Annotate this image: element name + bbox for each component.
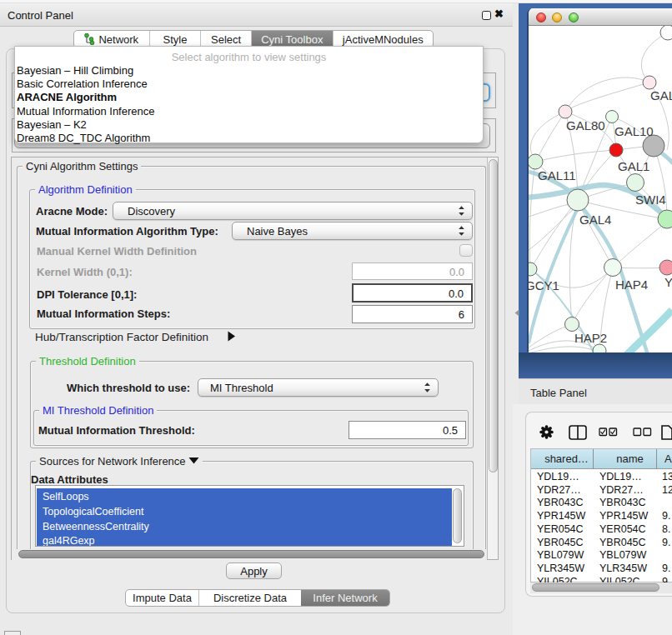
svg-text:SWI4: SWI4 — [635, 192, 666, 207]
svg-text:GAL10: GAL10 — [614, 124, 654, 138]
svg-text:GAL4: GAL4 — [579, 212, 611, 227]
svg-text:GAL1: GAL1 — [618, 159, 649, 173]
svg-text:GAL: GAL — [650, 88, 672, 102]
svg-text:HAP2: HAP2 — [574, 331, 607, 345]
svg-text:Y: Y — [664, 275, 672, 289]
svg-text:HAP4: HAP4 — [615, 278, 648, 292]
svg-text:GCY1: GCY1 — [529, 278, 559, 292]
svg-text:GAL11: GAL11 — [538, 168, 576, 182]
svg-text:GAL80: GAL80 — [566, 118, 605, 132]
